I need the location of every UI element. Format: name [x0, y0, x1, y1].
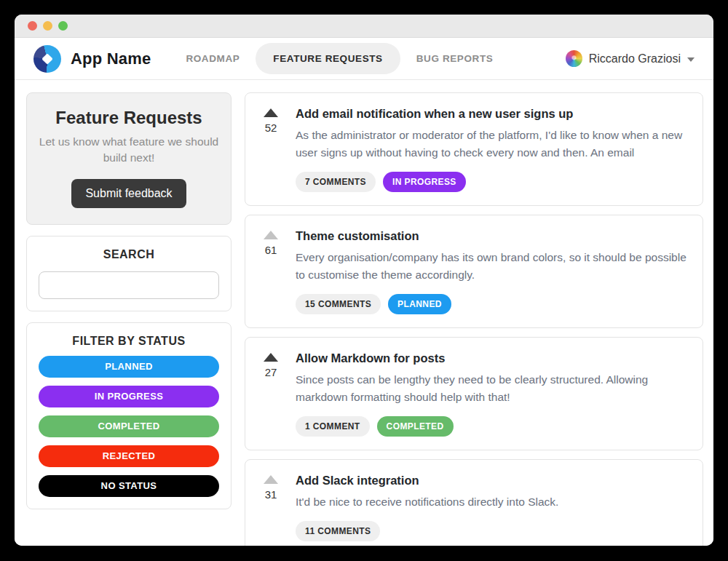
- vote-count: 61: [258, 244, 283, 256]
- submit-feedback-button[interactable]: Submit feedback: [71, 179, 186, 208]
- comments-badge: 11 COMMENTS: [296, 521, 380, 541]
- upvote-control[interactable]: 61: [258, 228, 283, 314]
- post-badges: 11 COMMENTS: [296, 521, 688, 541]
- nav-feature-requests[interactable]: FEATURE REQUESTS: [256, 43, 400, 74]
- post-list: 52 Add email notification when a new use…: [245, 92, 703, 546]
- status-filter-pill[interactable]: NO STATUS: [39, 475, 219, 497]
- upvote-triangle-icon[interactable]: [264, 231, 278, 239]
- status-filter-pill[interactable]: REJECTED: [39, 445, 219, 467]
- board-title: Feature Requests: [39, 108, 219, 128]
- post-badges: 7 COMMENTS IN PROGRESS: [296, 172, 688, 192]
- comments-badge: 7 COMMENTS: [296, 172, 376, 192]
- comments-badge: 1 COMMENT: [296, 416, 370, 437]
- page-content: Feature Requests Let us know what featur…: [15, 80, 713, 546]
- post-title: Add Slack integration: [296, 472, 688, 488]
- post-body: Add email notification when a new user s…: [296, 106, 688, 192]
- nav-bug-reports[interactable]: BUG REPORTS: [405, 43, 505, 74]
- user-avatar: [566, 50, 582, 67]
- desktop-background: { "header": { "app_name": "App Name", "n…: [0, 0, 728, 561]
- post-title: Add email notification when a new user s…: [296, 106, 688, 121]
- zoom-window-button[interactable]: [58, 21, 68, 31]
- post-description: Every organisation/company has its own b…: [296, 249, 688, 284]
- user-menu[interactable]: Riccardo Graziosi: [566, 50, 695, 67]
- upvote-control[interactable]: 31: [258, 472, 283, 541]
- status-filter-pill[interactable]: IN PROGRESS: [39, 386, 219, 407]
- status-filter-list: PLANNEDIN PROGRESSCOMPLETEDREJECTEDNO ST…: [39, 356, 219, 497]
- vote-count: 52: [258, 122, 283, 134]
- post-card[interactable]: 61 Theme customisation Every organisatio…: [245, 215, 703, 328]
- app-header: App Name ROADMAP FEATURE REQUESTS BUG RE…: [15, 38, 713, 80]
- upvote-control[interactable]: 27: [258, 350, 283, 437]
- close-window-button[interactable]: [28, 21, 37, 31]
- post-description: Since posts can be lengthy they need to …: [296, 371, 688, 406]
- post-badges: 15 COMMENTS PLANNED: [296, 294, 688, 314]
- post-description: As the administrator or moderator of the…: [296, 127, 688, 162]
- status-filter-pill[interactable]: COMPLETED: [39, 415, 219, 437]
- filter-title: FILTER BY STATUS: [39, 335, 219, 348]
- nav-roadmap[interactable]: ROADMAP: [174, 43, 251, 74]
- main-nav: ROADMAP FEATURE REQUESTS BUG REPORTS: [174, 43, 505, 74]
- sidebar: Feature Requests Let us know what featur…: [26, 92, 232, 546]
- comments-badge: 15 COMMENTS: [296, 294, 381, 314]
- vote-count: 31: [258, 488, 283, 501]
- window-titlebar: [15, 15, 713, 38]
- filter-panel: FILTER BY STATUS PLANNEDIN PROGRESSCOMPL…: [26, 322, 232, 509]
- minimize-window-button[interactable]: [43, 21, 52, 31]
- upvote-triangle-icon[interactable]: [264, 353, 278, 362]
- intro-panel: Feature Requests Let us know what featur…: [26, 92, 232, 225]
- vote-count: 27: [258, 366, 283, 378]
- browser-window: App Name ROADMAP FEATURE REQUESTS BUG RE…: [15, 15, 713, 546]
- app-name: App Name: [71, 49, 151, 68]
- status-filter-pill[interactable]: PLANNED: [39, 356, 219, 378]
- post-card[interactable]: 27 Allow Markdown for posts Since posts …: [245, 337, 703, 450]
- chevron-down-icon: [687, 57, 695, 62]
- app-logo-icon: [33, 45, 61, 73]
- upvote-triangle-icon[interactable]: [264, 108, 278, 117]
- post-card[interactable]: 52 Add email notification when a new use…: [245, 92, 703, 206]
- board-subtitle: Let us know what feature we should build…: [39, 134, 219, 167]
- post-body: Add Slack integration It'd be nice to re…: [296, 472, 688, 541]
- post-description: It'd be nice to receive notifications di…: [296, 493, 688, 511]
- post-body: Allow Markdown for posts Since posts can…: [296, 350, 688, 437]
- status-badge: IN PROGRESS: [383, 172, 466, 192]
- post-title: Allow Markdown for posts: [296, 350, 688, 365]
- status-badge: COMPLETED: [377, 416, 454, 437]
- post-badges: 1 COMMENT COMPLETED: [296, 416, 688, 437]
- search-title: SEARCH: [39, 248, 219, 261]
- post-title: Theme customisation: [296, 228, 688, 243]
- search-panel: SEARCH: [26, 236, 232, 311]
- post-card[interactable]: 31 Add Slack integration It'd be nice to…: [245, 459, 703, 546]
- post-body: Theme customisation Every organisation/c…: [296, 228, 688, 314]
- search-input[interactable]: [39, 271, 219, 299]
- upvote-triangle-icon[interactable]: [264, 475, 278, 484]
- status-badge: PLANNED: [388, 294, 451, 314]
- upvote-control[interactable]: 52: [258, 106, 283, 192]
- user-name: Riccardo Graziosi: [589, 52, 681, 65]
